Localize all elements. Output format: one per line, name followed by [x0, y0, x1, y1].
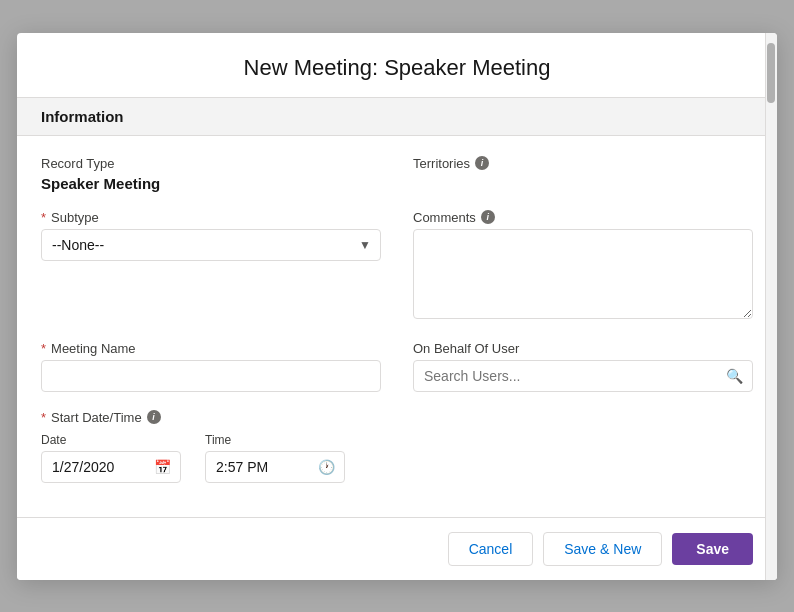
meeting-name-required-star: * — [41, 341, 46, 356]
date-label: Date — [41, 433, 181, 447]
meeting-name-label: * Meeting Name — [41, 341, 381, 356]
date-input[interactable] — [41, 451, 181, 483]
col-empty-right — [413, 410, 753, 483]
record-type-label: Record Type — [41, 156, 381, 171]
scrollbar-track[interactable] — [765, 33, 777, 580]
section-header: Information — [17, 97, 777, 136]
modal-backdrop: New Meeting: Speaker Meeting Information… — [0, 0, 794, 612]
cancel-button[interactable]: Cancel — [448, 532, 534, 566]
subtype-label: * Subtype — [41, 210, 381, 225]
date-input-wrapper: 📅 — [41, 451, 181, 483]
comments-textarea[interactable] — [413, 229, 753, 319]
record-type-value: Speaker Meeting — [41, 175, 381, 192]
time-input[interactable] — [205, 451, 345, 483]
comments-info-icon: i — [481, 210, 495, 224]
datetime-row: Date 📅 Time 🕐 — [41, 433, 381, 483]
form-row-subtype-comments: * Subtype --None-- ▼ Comments i — [41, 210, 753, 323]
col-meeting-name: * Meeting Name — [41, 341, 381, 392]
date-col: Date 📅 — [41, 433, 181, 483]
modal-title: New Meeting: Speaker Meeting — [17, 33, 777, 97]
form-row-record-territories: Record Type Speaker Meeting Territories … — [41, 156, 753, 192]
time-label: Time — [205, 433, 345, 447]
form-row-meeting-onbehalf: * Meeting Name On Behalf Of User 🔍 — [41, 341, 753, 392]
territories-label: Territories i — [413, 156, 753, 171]
col-subtype: * Subtype --None-- ▼ — [41, 210, 381, 323]
start-datetime-info-icon: i — [147, 410, 161, 424]
meeting-name-input[interactable] — [41, 360, 381, 392]
territories-info-icon: i — [475, 156, 489, 170]
save-button[interactable]: Save — [672, 533, 753, 565]
on-behalf-search-wrapper: 🔍 — [413, 360, 753, 392]
form-body: Record Type Speaker Meeting Territories … — [17, 136, 777, 517]
subtype-select-wrapper: --None-- ▼ — [41, 229, 381, 261]
start-datetime-required-star: * — [41, 410, 46, 425]
col-territories: Territories i — [413, 156, 753, 192]
save-new-button[interactable]: Save & New — [543, 532, 662, 566]
time-input-wrapper: 🕐 — [205, 451, 345, 483]
col-comments: Comments i — [413, 210, 753, 323]
scrollbar-thumb[interactable] — [767, 43, 775, 103]
comments-label: Comments i — [413, 210, 753, 225]
col-record-type: Record Type Speaker Meeting — [41, 156, 381, 192]
form-row-datetime: * Start Date/Time i Date 📅 — [41, 410, 753, 483]
modal-dialog: New Meeting: Speaker Meeting Information… — [17, 33, 777, 580]
col-start-datetime: * Start Date/Time i Date 📅 — [41, 410, 381, 483]
subtype-required-star: * — [41, 210, 46, 225]
on-behalf-label: On Behalf Of User — [413, 341, 753, 356]
time-col: Time 🕐 — [205, 433, 345, 483]
on-behalf-search-input[interactable] — [413, 360, 753, 392]
subtype-select[interactable]: --None-- — [41, 229, 381, 261]
start-datetime-label: * Start Date/Time i — [41, 410, 381, 425]
modal-footer: Cancel Save & New Save — [17, 517, 777, 580]
col-on-behalf: On Behalf Of User 🔍 — [413, 341, 753, 392]
